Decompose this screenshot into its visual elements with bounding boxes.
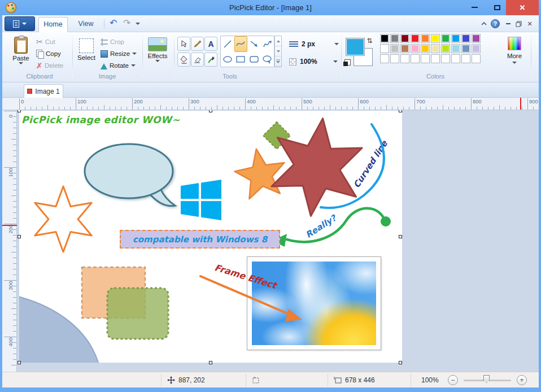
delete-button[interactable]: ✗Delete — [36, 60, 63, 71]
palette-swatch-1-5[interactable] — [431, 44, 440, 53]
collapse-ribbon-button[interactable] — [479, 19, 488, 28]
palette-swatch-1-4[interactable] — [421, 44, 430, 53]
palette-swatch-0-2[interactable] — [400, 34, 409, 43]
minimize-button[interactable] — [464, 0, 485, 15]
cut-button[interactable]: ✂Cut — [36, 36, 55, 47]
rainbow-icon — [508, 37, 521, 50]
close-button[interactable]: ✕ — [506, 0, 539, 15]
select-icon — [79, 38, 94, 53]
undo-button[interactable]: ↶ — [110, 18, 117, 28]
shape-arrow[interactable] — [247, 36, 261, 52]
foreground-color-swatch[interactable] — [346, 38, 365, 56]
handle-bottom-right[interactable] — [399, 361, 402, 364]
palette-swatch-0-7[interactable] — [451, 34, 460, 43]
palette-swatch-0-6[interactable] — [441, 34, 450, 43]
shape-rectangle[interactable] — [234, 52, 248, 67]
zoom-level: 100% — [421, 372, 439, 388]
line-width-control[interactable]: 2 px — [289, 37, 339, 51]
gallery-scroll-down[interactable] — [275, 46, 281, 56]
paste-button[interactable]: Paste — [9, 35, 33, 72]
fill-tool-button[interactable] — [177, 53, 190, 67]
palette-swatch-1-3[interactable] — [411, 44, 420, 53]
undo-dropdown[interactable] — [136, 23, 140, 25]
shape-squiggle[interactable] — [261, 36, 274, 52]
text-tool-button[interactable]: A — [204, 37, 217, 51]
palette-swatch-1-2[interactable] — [400, 44, 409, 53]
zoom-slider-thumb[interactable] — [483, 375, 490, 383]
palette-swatch-2-3[interactable] — [411, 54, 420, 63]
gallery-expand[interactable] — [275, 56, 281, 67]
shape-rounded-rect[interactable] — [247, 52, 261, 67]
gallery-scroll-up[interactable] — [275, 36, 281, 46]
palette-swatch-2-2[interactable] — [400, 54, 409, 63]
tab-view[interactable]: View — [71, 17, 101, 32]
default-colors-icon[interactable] — [344, 59, 351, 66]
brush-tool-button[interactable] — [191, 37, 204, 51]
shape-speech-bubble[interactable] — [261, 52, 274, 67]
handle-top-center[interactable] — [209, 110, 212, 112]
copy-icon — [36, 50, 43, 58]
handle-mid-right[interactable] — [399, 235, 402, 238]
palette-swatch-0-0[interactable] — [380, 34, 389, 43]
child-minimize-button[interactable] — [504, 19, 513, 28]
image-size: 678 x 446 — [334, 372, 375, 388]
doc-tab-image1[interactable]: Image 1 — [24, 84, 63, 98]
shape-ellipse[interactable] — [221, 52, 234, 67]
resize-button[interactable]: Resize — [101, 48, 137, 59]
child-restore-button[interactable] — [514, 19, 523, 28]
handle-top-left[interactable] — [18, 110, 21, 112]
palette-swatch-2-7[interactable] — [451, 54, 460, 63]
select-button[interactable]: Select — [75, 35, 98, 72]
palette-swatch-1-9[interactable] — [472, 44, 481, 53]
handle-bottom-center[interactable] — [209, 361, 212, 364]
palette-swatch-2-6[interactable] — [441, 54, 450, 63]
pointer-tool-button[interactable] — [177, 37, 190, 51]
palette-swatch-1-8[interactable] — [461, 44, 470, 53]
drawing-canvas[interactable]: PicPick image editor WOW~ Hello! compata… — [19, 111, 402, 363]
palette-swatch-0-1[interactable] — [390, 34, 399, 43]
redo-button[interactable]: ↷ — [123, 18, 130, 28]
shape-line[interactable] — [221, 36, 234, 52]
handle-mid-left[interactable] — [18, 235, 21, 238]
palette-swatch-2-5[interactable] — [431, 54, 440, 63]
move-icon — [167, 376, 175, 384]
opacity-control[interactable]: 100% — [289, 55, 338, 68]
palette-swatch-2-9[interactable] — [472, 54, 481, 63]
palette-swatch-1-0[interactable] — [380, 44, 389, 53]
eyedropper-icon — [207, 55, 215, 64]
eyedropper-tool-button[interactable] — [204, 53, 217, 67]
palette-swatch-1-1[interactable] — [390, 44, 399, 53]
palette-swatch-2-4[interactable] — [421, 54, 430, 63]
palette-swatch-1-6[interactable] — [441, 44, 450, 53]
maximize-button[interactable] — [487, 0, 507, 15]
palette-swatch-0-9[interactable] — [472, 34, 481, 43]
palette-swatch-2-8[interactable] — [461, 54, 470, 63]
rotate-button[interactable]: Rotate — [101, 60, 136, 71]
palette-swatch-0-8[interactable] — [461, 34, 470, 43]
palette-swatch-0-4[interactable] — [421, 34, 430, 43]
crop-icon — [101, 38, 108, 46]
zoom-in-button[interactable]: + — [517, 372, 527, 388]
palette-swatch-2-0[interactable] — [380, 54, 389, 63]
eraser-tool-button[interactable] — [191, 53, 204, 67]
palette-swatch-2-1[interactable] — [390, 54, 399, 63]
zoom-out-button[interactable]: − — [448, 372, 458, 388]
more-colors-button[interactable]: More — [501, 35, 527, 72]
palette-swatch-0-5[interactable] — [431, 34, 440, 43]
shape-curve-selected[interactable] — [234, 36, 248, 52]
h-ruler-label: 100 — [77, 98, 86, 104]
effects-button[interactable]: Effects — [146, 35, 169, 72]
v-ruler-label: 0 — [7, 110, 14, 123]
tab-home[interactable]: Home — [38, 17, 68, 32]
palette-swatch-1-7[interactable] — [451, 44, 460, 53]
copy-button[interactable]: Copy — [36, 48, 61, 59]
palette-swatch-0-3[interactable] — [411, 34, 420, 43]
handle-top-right[interactable] — [399, 110, 402, 112]
crop-button[interactable]: Crop — [101, 36, 124, 47]
handle-bottom-left[interactable] — [18, 361, 21, 364]
cursor-position: 887, 202 — [167, 372, 205, 388]
help-button[interactable]: ? — [491, 19, 500, 28]
swap-colors-icon[interactable]: ⇄ — [366, 38, 374, 43]
app-menu-button[interactable] — [5, 16, 35, 31]
child-close-button[interactable]: ✕ — [525, 19, 534, 28]
